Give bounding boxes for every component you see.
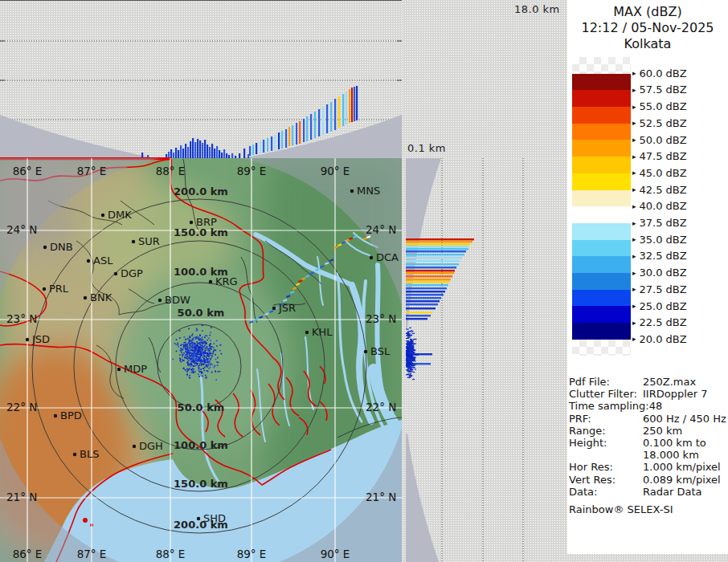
metadata-label: Range: [569, 425, 643, 437]
metadata-row: Pdf File:250Z.max [569, 376, 726, 388]
city-marker [117, 368, 121, 371]
tick-arrow-icon: ▸ [632, 285, 636, 293]
metadata-value: 0.100 km to 18.000 km [643, 437, 706, 461]
tick-arrow-icon: ▸ [632, 252, 636, 260]
city-label-DNB: DNB [50, 241, 73, 253]
tick-arrow-icon: ▸ [632, 86, 636, 94]
city-label-KHL: KHL [312, 326, 333, 338]
lon-label: 86° E [13, 548, 43, 560]
lat-label: 23° N [366, 312, 396, 325]
city-label-BPD: BPD [60, 409, 82, 422]
metadata-value: 250 km [643, 425, 682, 437]
metadata-label: Vert Res: [569, 474, 643, 486]
metadata-value: 600 Hz / 450 Hz [643, 413, 726, 425]
metadata-row: Clutter Filter:IIRDoppler 7 [569, 388, 726, 400]
scale-tick-label: ▸50.0 dBZ [632, 134, 725, 146]
lat-label: 24° N [6, 223, 37, 236]
scale-tick-label: ▸25.0 dBZ [632, 300, 725, 312]
city-marker [305, 331, 309, 334]
software-credit: Rainbow® SELEX-SI [569, 503, 726, 515]
height-gridlines [0, 41, 402, 120]
scan-datetime: 12:12 / 05-Nov-2025 [567, 20, 728, 36]
city-label-MDP: MDP [124, 363, 147, 375]
ew-profile-plot [0, 1, 402, 159]
scale-tick-label: ▸27.5 dBZ [632, 283, 725, 295]
scale-band [572, 190, 631, 207]
metadata-label: Hor Res: [569, 461, 643, 473]
tick-arrow-icon: ▸ [632, 185, 636, 193]
city-marker [87, 259, 90, 263]
metadata-row: Data:Radar Data [569, 486, 726, 498]
station-name: Kolkata [567, 36, 728, 52]
lon-label: 87° E [77, 165, 107, 177]
lon-label: 90° E [321, 548, 350, 560]
city-marker [54, 414, 57, 417]
scale-band [572, 306, 631, 323]
lon-label: 86° E [13, 165, 43, 177]
city-marker [209, 280, 212, 283]
city-label-BLS: BLS [80, 448, 99, 460]
metadata-row: PRF:600 Hz / 450 Hz [569, 413, 726, 425]
scale-band [572, 323, 631, 340]
product-name: MAX (dBZ) [567, 4, 728, 20]
city-label-BSL: BSL [370, 345, 391, 357]
city-label-PRL: PRL [49, 283, 69, 295]
scale-tick-label: ▸60.0 dBZ [632, 67, 725, 79]
tick-arrow-icon: ▸ [632, 169, 636, 177]
tick-arrow-icon: ▸ [632, 153, 636, 161]
radar-app-window: 18.0 km 0.1 km [0, 0, 728, 562]
city-marker [350, 189, 354, 193]
tick-arrow-icon: ▸ [632, 69, 636, 77]
scale-tick-label: ▸55.0 dBZ [632, 100, 725, 112]
city-marker [101, 214, 104, 217]
metadata-label: PRF: [569, 413, 643, 425]
scale-band-checker [572, 340, 631, 356]
lat-label: 23° N [6, 312, 37, 325]
tick-arrow-icon: ▸ [632, 103, 636, 111]
scale-tick-label: ▸45.0 dBZ [632, 167, 725, 179]
lon-label: 89° E [237, 165, 267, 177]
city-label-BRP: BRP [196, 216, 217, 228]
scale-band [572, 223, 631, 240]
range-ring-label: 150.0 km [174, 226, 228, 238]
height-scale-min-label: 0.1 km [407, 142, 446, 154]
scale-band [572, 206, 631, 223]
scale-band-checker [572, 57, 631, 74]
metadata-value: 250Z.max [643, 376, 696, 388]
city-marker [364, 350, 367, 353]
metadata-row: Hor Res:1.000 km/pixel [569, 461, 726, 473]
city-marker [132, 240, 135, 243]
scale-band [572, 173, 631, 190]
city-label-KRG: KRG [215, 275, 238, 287]
radar-map-panel: 86° E86° E87° E87° E88° E88° E89° E89° E… [0, 158, 402, 562]
city-label-DGH: DGH [139, 440, 163, 452]
range-ring-label: 200.0 km [174, 185, 228, 198]
city-label-DMK: DMK [108, 209, 132, 221]
scale-tick-label: ▸22.5 dBZ [632, 316, 725, 328]
scale-band [572, 107, 631, 124]
lat-label: 24° N [366, 223, 396, 236]
metadata-row: Height:0.100 km to 18.000 km [569, 437, 726, 461]
color-scale [572, 57, 631, 356]
metadata-row: Time sampling:48 [569, 400, 726, 412]
scale-band [572, 256, 631, 273]
ew-height-profile-panel [0, 0, 402, 159]
city-marker [197, 517, 200, 520]
scale-tick-label: ▸30.0 dBZ [632, 267, 725, 279]
metadata-value: Radar Data [643, 486, 701, 498]
metadata-row: Range:250 km [569, 425, 726, 437]
metadata-label: Time sampling: [569, 400, 649, 412]
scale-tick-label: ▸47.5 dBZ [632, 150, 725, 162]
city-marker [370, 256, 373, 259]
legend-box: MAX (dBZ) 12:12 / 05-Nov-2025 Kolkata Pd… [567, 0, 728, 554]
range-ring-label: 50.0 km [178, 307, 225, 319]
scale-tick-label: ▸57.5 dBZ [632, 83, 725, 96]
tick-arrow-icon: ▸ [632, 136, 636, 144]
scale-band [572, 290, 631, 307]
scale-band [572, 157, 631, 173]
lon-label: 90° E [321, 165, 350, 177]
range-ring-label: 100.0 km [174, 439, 228, 451]
scale-tick-label: ▸52.5 dBZ [632, 117, 725, 129]
scale-tick-label: ▸37.5 dBZ [632, 217, 725, 229]
tick-arrow-icon: ▸ [632, 302, 636, 310]
